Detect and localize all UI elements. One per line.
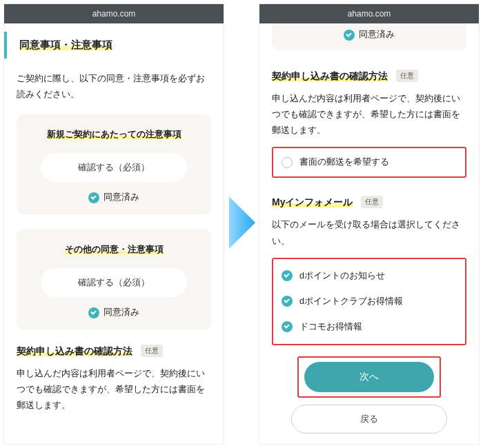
section-body: 申し込んだ内容は利用者ページで、契約後にいつでも確認できますが、希望した方には書… — [17, 366, 211, 414]
address-bar: ahamo.com — [4, 4, 224, 23]
status-row: 同意済み — [28, 192, 200, 203]
optional-badge: 任意 — [396, 70, 418, 82]
status-label: 同意済み — [103, 307, 139, 318]
section-heading-row: 契約申し込み書の確認方法 任意 — [272, 70, 466, 83]
phone-screen-right: ahamo.com 同意済み 契約申し込み書の確認方法 任意 申し込んだ内容は利… — [259, 3, 480, 445]
radio-icon — [282, 157, 293, 168]
confirm-button[interactable]: 確認する（必須） — [41, 153, 188, 182]
checkbox-option-dpoint-club[interactable]: dポイントクラブお得情報 — [277, 289, 461, 314]
section-heading: 契約申し込み書の確認方法 — [272, 70, 388, 81]
check-icon — [282, 270, 293, 281]
checkbox-option-dpoint-news[interactable]: dポイントのお知らせ — [277, 263, 461, 289]
next-button[interactable]: 次へ — [304, 362, 435, 392]
check-icon — [88, 307, 99, 318]
section-body: 申し込んだ内容は利用者ページで、契約後にいつでも確認できますが、希望した方には書… — [272, 91, 466, 139]
status-row: 同意済み — [28, 307, 200, 318]
content-left: 同意事項・注意事項 ご契約に際し、以下の同意・注意事項を必ずお読みください。 新… — [4, 32, 224, 434]
option-label: dポイントクラブお得情報 — [299, 296, 403, 307]
check-icon — [282, 296, 293, 307]
phone-screen-left: ahamo.com 同意事項・注意事項 ご契約に際し、以下の同意・注意事項を必ず… — [3, 3, 224, 445]
section-heading-row: Myインフォメール 任意 — [272, 196, 466, 209]
page-title: 同意事項・注意事項 — [19, 39, 112, 50]
option-label: dポイントのお知らせ — [299, 270, 385, 282]
card-heading: 新規ご契約にあたっての注意事項 — [47, 129, 181, 139]
notice-card-other: その他の同意・注意事項 確認する（必須） 同意済み — [17, 230, 211, 329]
notice-card-new-contract: 新規ご契約にあたっての注意事項 確認する（必須） 同意済み — [17, 114, 211, 214]
arrow-icon — [229, 196, 255, 249]
section-body: 以下のメールを受け取る場合は選択してください。 — [272, 217, 466, 249]
partial-card-bottom: 同意済み — [272, 23, 466, 50]
status-row: 同意済み — [272, 29, 466, 41]
option-label: 書面の郵送を希望する — [299, 156, 389, 168]
status-label: 同意済み — [359, 29, 395, 41]
section-heading: 契約申し込み書の確認方法 — [17, 345, 132, 356]
status-label: 同意済み — [103, 192, 139, 203]
check-icon — [88, 192, 99, 203]
highlight-box-mail-option: 書面の郵送を希望する — [272, 147, 466, 178]
highlight-box-next: 次へ — [297, 356, 442, 398]
section-heading-row: 契約申し込み書の確認方法 任意 — [17, 345, 211, 358]
lead-text: ご契約に際し、以下の同意・注意事項を必ずお読みください。 — [17, 71, 211, 102]
option-label: ドコモお得情報 — [299, 321, 362, 333]
page-title-wrap: 同意事項・注意事項 — [4, 32, 211, 59]
section-heading: Myインフォメール — [272, 196, 353, 207]
highlight-box-infomail: dポイントのお知らせ dポイントクラブお得情報 ドコモお得情報 — [272, 258, 466, 345]
radio-option-mail[interactable]: 書面の郵送を希望する — [275, 150, 464, 175]
card-heading: その他の同意・注意事項 — [65, 244, 164, 254]
content-right: 同意済み 契約申し込み書の確認方法 任意 申し込んだ内容は利用者ページで、契約後… — [259, 23, 479, 445]
svg-marker-0 — [229, 196, 255, 249]
checkbox-option-docomo-deals[interactable]: ドコモお得情報 — [277, 314, 461, 340]
check-icon — [344, 30, 355, 41]
address-bar: ahamo.com — [259, 4, 479, 23]
optional-badge: 任意 — [361, 196, 383, 208]
confirm-button[interactable]: 確認する（必須） — [41, 268, 188, 297]
optional-badge: 任意 — [141, 345, 163, 357]
back-button[interactable]: 戻る — [291, 405, 447, 434]
check-icon — [282, 321, 293, 332]
